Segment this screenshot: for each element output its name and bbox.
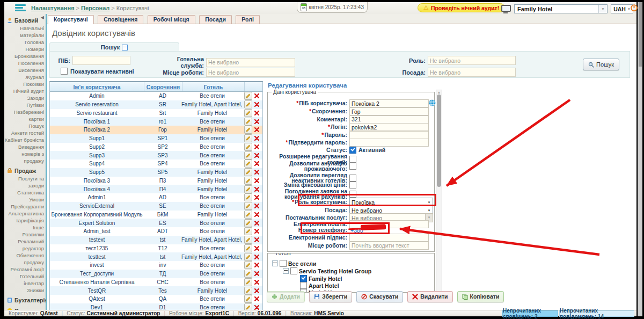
- sidebar-item[interactable]: Заходи: [4, 95, 44, 102]
- sidebar-item[interactable]: Умови: [4, 196, 44, 203]
- table-row[interactable]: Admin AD Все отели: [50, 92, 262, 100]
- signature-input[interactable]: [349, 234, 429, 242]
- delete-row-icon[interactable]: [253, 236, 260, 243]
- delete-row-icon[interactable]: [253, 228, 260, 235]
- sidebar-item[interactable]: Поселення: [4, 60, 44, 67]
- table-row[interactable]: Тест_доступи ТД Все отели: [50, 270, 262, 278]
- sidebar-item[interactable]: Інше: [4, 224, 44, 231]
- delete-row-icon[interactable]: [253, 202, 260, 209]
- sidebar-section-sales[interactable]: Продаж: [4, 166, 46, 175]
- delete-row-icon[interactable]: [253, 295, 260, 302]
- edit-row-icon[interactable]: [244, 92, 252, 100]
- delete-row-icon[interactable]: [253, 245, 260, 252]
- hotel-service-input[interactable]: [206, 58, 295, 67]
- sidebar-item[interactable]: Журнал: [4, 74, 44, 81]
- table-row[interactable]: QAtest QA Все отели: [50, 295, 262, 303]
- table-row[interactable]: Servio reservation SR Family Hotel, Apar…: [50, 100, 262, 109]
- sidebar-item[interactable]: Готельний інвентар: [4, 273, 44, 287]
- tab-workplaces[interactable]: Робочі місця: [148, 15, 195, 24]
- sidebar-item[interactable]: Статистика: [4, 189, 44, 196]
- menu-icon[interactable]: [15, 4, 26, 12]
- delete-row-icon[interactable]: [253, 279, 260, 286]
- sort-by-hotel[interactable]: Готель: [182, 82, 245, 91]
- edit-row-icon[interactable]: [244, 100, 252, 108]
- table-row[interactable]: Покоївка 1 ro1 Все отели: [50, 117, 262, 126]
- tree-expander-icon[interactable]: [283, 268, 289, 274]
- swap-arrows-icon[interactable]: ↔: [491, 4, 497, 12]
- table-row[interactable]: testtest tst Family Hotel, Apart Hotel, …: [50, 252, 262, 261]
- edit-row-icon[interactable]: [244, 185, 252, 193]
- edit-row-icon[interactable]: [244, 118, 252, 126]
- delete-row-icon[interactable]: [253, 126, 260, 133]
- hotel-selector[interactable]: Family Hotel ▼: [514, 4, 608, 13]
- sidebar-item[interactable]: Рекламний редактор: [4, 238, 44, 252]
- delete-row-icon[interactable]: [253, 186, 260, 193]
- tab-notifications[interactable]: Сповіщення: [98, 15, 143, 24]
- sidebar-item[interactable]: Нічний аудит: [4, 88, 44, 95]
- sidebar-item[interactable]: Незбережені картки: [4, 108, 44, 122]
- status-active-checkbox[interactable]: [349, 147, 356, 154]
- sidebar-item[interactable]: Прейскуранти: [4, 203, 44, 210]
- phone-link[interactable]: +380: [350, 227, 363, 234]
- table-row[interactable]: TestQR Tes Family Hotel: [50, 286, 262, 295]
- sidebar-item[interactable]: Головна: [4, 39, 44, 46]
- table-row[interactable]: Supp1 SP1 Все отели: [50, 134, 262, 143]
- table-row[interactable]: Покоївка 4 П4 Family Hotel: [50, 185, 262, 193]
- window-scrollbar-thumb[interactable]: [639, 2, 642, 67]
- delete-row-icon[interactable]: [253, 135, 260, 142]
- sidebar-item[interactable]: Виведення номерів з продажу: [4, 143, 44, 164]
- add-button[interactable]: Додати: [267, 291, 305, 302]
- table-row[interactable]: Степаненко Наталія Сергіївна СНС Все оте…: [50, 278, 262, 287]
- search-panel-header[interactable]: Пошук: [49, 42, 179, 52]
- position-filter-input[interactable]: [428, 68, 516, 77]
- confirm-password-input[interactable]: [349, 139, 429, 147]
- table-row[interactable]: Бронювання Корпоративний Модуль БКМ Fami…: [50, 211, 262, 219]
- sidebar-item[interactable]: Обмеження продажу: [4, 252, 44, 266]
- table-row[interactable]: invest inv Все отели: [50, 261, 262, 270]
- table-row[interactable]: Servio restaurant Srt Family Hotel: [50, 109, 262, 118]
- allow-inactive-hotels-checkbox[interactable]: [349, 175, 356, 182]
- edit-row-icon[interactable]: [244, 261, 252, 269]
- edit-row-icon[interactable]: [244, 227, 252, 235]
- delete-row-icon[interactable]: [253, 194, 260, 201]
- comments-input[interactable]: [349, 115, 429, 124]
- breadcrumb-personnel[interactable]: Персонал: [81, 5, 109, 11]
- table-row[interactable]: Покоївка 2 Гор Family Hotel: [50, 126, 262, 134]
- hotel-apart-checkbox[interactable]: [300, 282, 307, 289]
- sidebar-item[interactable]: Бронювання: [4, 53, 44, 60]
- sidebar-item[interactable]: Розсилки: [4, 231, 44, 238]
- monitor-icon[interactable]: [501, 5, 510, 12]
- cancel-button[interactable]: Скасувати: [356, 291, 403, 302]
- table-row[interactable]: Expert Solution ES Все отели: [50, 219, 262, 227]
- edit-row-icon[interactable]: [244, 244, 252, 252]
- table-row[interactable]: Покоївка 3 П3 Family Hotel: [50, 177, 262, 185]
- delete-row-icon[interactable]: [253, 169, 260, 176]
- delete-row-icon[interactable]: [253, 262, 260, 269]
- sidebar-item[interactable]: Анкети гостей: [4, 129, 44, 136]
- delete-row-icon[interactable]: [253, 152, 260, 159]
- edit-row-icon[interactable]: [244, 168, 252, 176]
- edit-row-icon[interactable]: [244, 287, 252, 295]
- sidebar-item[interactable]: Альтернативна тарифікація: [4, 210, 44, 224]
- full-name-input[interactable]: [349, 99, 429, 107]
- edit-row-icon[interactable]: [244, 160, 252, 168]
- abbr-input[interactable]: [349, 107, 429, 115]
- edit-row-icon[interactable]: [244, 236, 252, 244]
- window-scrollbar[interactable]: [638, 2, 642, 316]
- collapse-box-icon[interactable]: [122, 45, 128, 50]
- table-row[interactable]: Supp2 SP2 Все отели: [50, 143, 262, 151]
- sidebar-section-secretary[interactable]: Секретар: [4, 306, 46, 310]
- delete-row-icon[interactable]: [253, 253, 260, 260]
- breadcrumb-settings[interactable]: Налаштування: [31, 5, 75, 11]
- sidebar-item[interactable]: Послуги та заходи: [4, 175, 44, 189]
- sidebar-item[interactable]: Кабінет броніста: [4, 136, 44, 143]
- edit-row-icon[interactable]: [244, 295, 252, 303]
- pib-input[interactable]: [72, 56, 130, 65]
- edit-row-icon[interactable]: [244, 211, 252, 219]
- edit-row-icon[interactable]: [244, 278, 252, 286]
- delete-row-icon[interactable]: [253, 211, 260, 218]
- table-row[interactable]: Supp4 SP4 Все отели: [50, 160, 262, 168]
- edit-row-icon[interactable]: [244, 134, 252, 142]
- delete-row-icon[interactable]: [253, 92, 260, 99]
- allow-cancel-checkbox[interactable]: [349, 163, 356, 170]
